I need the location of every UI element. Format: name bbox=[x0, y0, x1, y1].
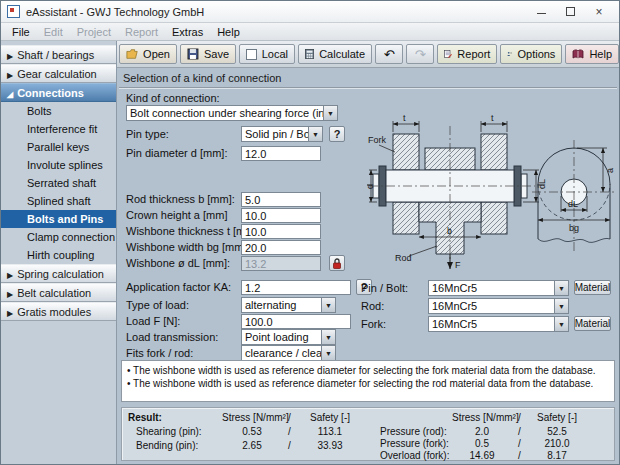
pin-diameter-label: Pin diameter d [mm]: bbox=[126, 145, 227, 161]
type-of-load-select[interactable]: alternating ▼ bbox=[241, 297, 336, 313]
pin-material-button[interactable]: Material bbox=[574, 280, 611, 295]
result-value: 14.69 bbox=[452, 450, 512, 461]
calculator-icon bbox=[305, 48, 314, 60]
menu-edit: Edit bbox=[37, 26, 70, 38]
section-divider bbox=[119, 87, 617, 89]
report-button[interactable]: Report bbox=[437, 44, 497, 64]
chevron-down-icon[interactable]: ▼ bbox=[554, 298, 569, 314]
menu-bar: File Edit Project Report Extras Help bbox=[1, 23, 619, 41]
sidebar-item-serrated-shaft[interactable]: Serrated shaft bbox=[1, 174, 116, 192]
help-book-icon bbox=[572, 49, 584, 60]
pin-material-select[interactable]: 16MnCr5 ▼ bbox=[428, 280, 569, 296]
dim-a-label: a bbox=[605, 168, 615, 173]
sidebar-item-interference-fit[interactable]: Interference fit bbox=[1, 120, 116, 138]
menu-help[interactable]: Help bbox=[210, 26, 247, 38]
sidebar-item-gear-calculation[interactable]: ▶Gear calculation bbox=[1, 64, 116, 83]
main-panel: Selection of a kind of connection Kind o… bbox=[117, 68, 620, 465]
load-f-label: Load F [N]: bbox=[126, 313, 180, 329]
kind-of-connection-select[interactable]: Bolt connection under shearing force (in… bbox=[126, 105, 338, 121]
crown-height-input[interactable] bbox=[241, 208, 321, 223]
rod-material-select[interactable]: 16MnCr5 ▼ bbox=[428, 298, 569, 314]
load-transmission-select[interactable]: Point loading ▼ bbox=[241, 329, 336, 345]
calculate-button[interactable]: Calculate bbox=[298, 44, 372, 64]
options-button[interactable]: Options bbox=[500, 44, 562, 64]
wishbone-width-label: Wishbone width bg [mm]: bbox=[126, 239, 250, 255]
fork-material-select[interactable]: 16MnCr5 ▼ bbox=[428, 316, 569, 332]
result-value: 52.5 bbox=[527, 426, 587, 437]
wishbone-diameter-label: Wishbone ø dL [mm]: bbox=[126, 255, 230, 271]
dim-d-label: d bbox=[367, 184, 375, 189]
menu-extras[interactable]: Extras bbox=[165, 26, 210, 38]
result-value: 113.1 bbox=[300, 426, 360, 437]
chevron-down-icon[interactable]: ▼ bbox=[323, 105, 338, 121]
result-row-label: Bending (pin): bbox=[136, 440, 198, 451]
pin-type-help-button[interactable]: ? bbox=[329, 126, 345, 142]
help-button[interactable]: Help bbox=[565, 44, 619, 64]
load-transmission-label: Load transmission: bbox=[126, 329, 218, 345]
sep: / bbox=[288, 412, 291, 423]
result-value: 210.0 bbox=[527, 438, 587, 449]
sidebar-item-connections[interactable]: ◢Connections bbox=[1, 83, 116, 102]
sidebar-item-clamp-connection[interactable]: Clamp connection bbox=[1, 228, 116, 246]
chevron-down-icon[interactable]: ▼ bbox=[554, 316, 569, 332]
application-factor-input[interactable] bbox=[241, 280, 351, 295]
chevron-down-icon[interactable]: ▼ bbox=[321, 329, 336, 345]
chevron-down-icon[interactable]: ▼ bbox=[321, 345, 336, 361]
safety-column-header: Safety [-] bbox=[300, 412, 360, 423]
lock-button[interactable] bbox=[329, 255, 345, 271]
wishbone-thickness-input[interactable] bbox=[241, 224, 321, 239]
sidebar-item-belt-calculation[interactable]: ▶Belt calculation bbox=[1, 283, 116, 302]
result-row-label: Pressure (fork): bbox=[380, 438, 449, 449]
options-tools-icon bbox=[507, 48, 512, 60]
pin-diameter-input[interactable] bbox=[241, 146, 321, 161]
chevron-down-icon[interactable]: ▼ bbox=[321, 297, 336, 313]
menu-file[interactable]: File bbox=[5, 26, 37, 38]
sidebar-nav: ▶Shaft / bearings ▶Gear calculation ◢Con… bbox=[1, 41, 117, 465]
open-button[interactable]: Open bbox=[119, 44, 177, 64]
chevron-down-icon[interactable]: ▼ bbox=[554, 280, 569, 296]
result-value: 0.5 bbox=[452, 438, 512, 449]
sep: / bbox=[518, 426, 521, 437]
save-button[interactable]: Save bbox=[180, 44, 236, 64]
toolbar: Open Save Local Calculate ↶ ↷ Report Opt… bbox=[117, 41, 620, 68]
sidebar-item-splined-shaft[interactable]: Splined shaft bbox=[1, 192, 116, 210]
type-of-load-label: Type of load: bbox=[126, 297, 189, 313]
undo-button[interactable]: ↶ bbox=[375, 44, 403, 64]
pin-material-label: Pin / Bolt: bbox=[361, 280, 408, 296]
wishbone-diameter-input bbox=[241, 256, 321, 271]
minimize-icon[interactable] bbox=[536, 6, 548, 18]
close-icon[interactable]: × bbox=[593, 5, 605, 19]
local-toggle[interactable]: Local bbox=[239, 44, 295, 64]
sidebar-item-spring-calculation[interactable]: ▶Spring calculation bbox=[1, 264, 116, 283]
sep: / bbox=[518, 450, 521, 461]
sep: / bbox=[288, 426, 291, 437]
sidebar-item-bolts[interactable]: Bolts bbox=[1, 102, 116, 120]
sidebar-item-parallel-keys[interactable]: Parallel keys bbox=[1, 138, 116, 156]
wishbone-width-input[interactable] bbox=[241, 240, 321, 255]
sidebar-item-hirth-coupling[interactable]: Hirth coupling bbox=[1, 246, 116, 264]
redo-icon: ↷ bbox=[415, 48, 426, 61]
sidebar-item-gratis-modules[interactable]: ▶Gratis modules bbox=[1, 302, 116, 321]
rod-thickness-input[interactable] bbox=[241, 192, 321, 207]
sidebar-item-involute-splines[interactable]: Involute splines bbox=[1, 156, 116, 174]
pin-type-select[interactable]: Solid pin / Bolt ▼ bbox=[241, 126, 323, 142]
sidebar-item-bolts-and-pins[interactable]: Bolts and Pins bbox=[1, 210, 116, 228]
sidebar-item-shaft-bearings[interactable]: ▶Shaft / bearings bbox=[1, 45, 116, 64]
maximize-icon[interactable] bbox=[566, 7, 575, 16]
collapsed-arrow-icon: ▶ bbox=[7, 67, 13, 85]
results-panel: Result: Stress [N/mm²] / Safety [-] Stre… bbox=[121, 407, 615, 461]
fits-fork-rod-select[interactable]: clearance / cleara... ▼ bbox=[241, 345, 336, 361]
app-window: eAssistant - GWJ Technology GmbH × File … bbox=[0, 0, 620, 465]
fork-material-button[interactable]: Material bbox=[574, 316, 611, 331]
dim-t-label: t bbox=[403, 113, 406, 123]
chevron-down-icon[interactable]: ▼ bbox=[308, 126, 323, 142]
local-checkbox[interactable] bbox=[246, 49, 257, 60]
notes-box: • The wishbone width is used as referenc… bbox=[121, 360, 615, 402]
undo-icon: ↶ bbox=[384, 48, 395, 61]
result-row-label: Shearing (pin): bbox=[136, 426, 202, 437]
load-f-input[interactable] bbox=[241, 314, 351, 329]
result-row-label: Overload (fork): bbox=[380, 450, 449, 461]
report-document-icon bbox=[444, 48, 452, 60]
result-value: 2.0 bbox=[452, 426, 512, 437]
pin-type-label: Pin type: bbox=[126, 126, 169, 142]
